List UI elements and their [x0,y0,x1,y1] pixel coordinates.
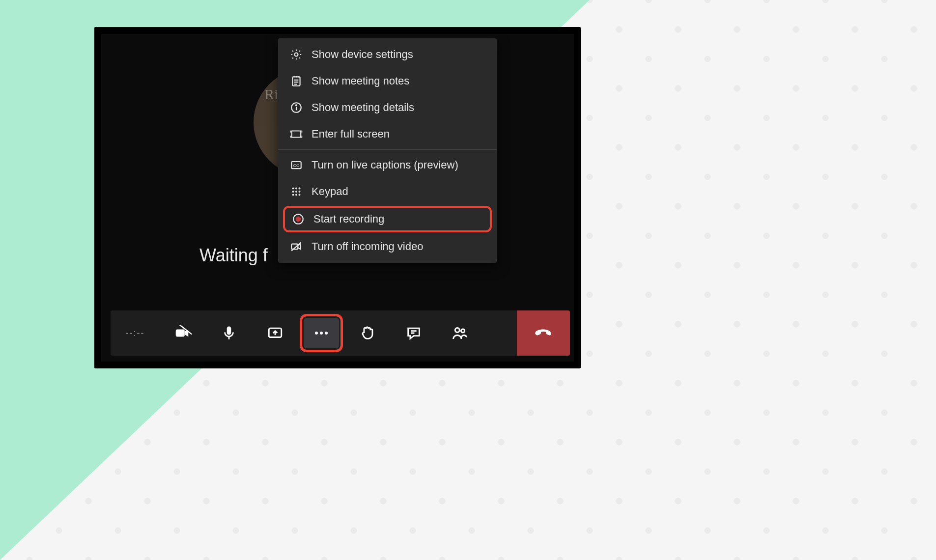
svg-rect-19 [176,330,185,337]
svg-text:CC: CC [293,163,300,168]
raise-hand-button[interactable] [344,310,391,356]
menu-item-label: Show device settings [312,48,413,61]
keypad-icon [290,185,303,198]
svg-point-3 [296,105,297,106]
svg-point-12 [299,191,301,193]
fullscreen-icon [290,128,303,140]
more-actions-menu: Show device settings Show meeting notes … [278,38,497,263]
menu-item-turn-off-video[interactable]: Turn off incoming video [278,233,497,260]
video-off-icon [290,240,303,253]
menu-item-label: Start recording [313,213,384,225]
menu-item-label: Turn on live captions (preview) [312,159,458,171]
menu-item-label: Show meeting details [312,101,414,114]
call-toolbar: --:-- [111,310,570,356]
svg-point-27 [455,328,459,333]
info-icon [290,101,303,114]
menu-separator [278,149,497,150]
menu-item-meeting-details[interactable]: Show meeting details [278,94,497,121]
svg-point-15 [299,194,301,196]
svg-point-26 [325,332,328,335]
cc-icon: CC [290,159,303,171]
mic-button[interactable] [206,310,252,356]
menu-item-live-captions[interactable]: CC Turn on live captions (preview) [278,152,497,178]
record-icon [292,213,305,225]
menu-item-label: Show meeting notes [312,75,409,87]
chat-button[interactable] [391,310,437,356]
svg-point-8 [295,188,297,190]
menu-item-label: Enter full screen [312,128,390,140]
participants-button[interactable] [437,310,483,356]
menu-item-label: Keypad [312,185,348,198]
waiting-text: Waiting f [199,245,268,266]
call-duration: --:-- [111,328,160,338]
more-actions-button[interactable] [304,318,339,348]
svg-point-28 [461,329,464,333]
menu-item-fullscreen[interactable]: Enter full screen [278,121,497,147]
hangup-button[interactable] [517,310,570,356]
svg-point-25 [320,332,323,335]
meeting-stage: Rit Ca Waiting f Show device settings Sh… [101,34,574,362]
menu-item-start-recording[interactable]: Start recording [283,206,492,232]
menu-item-device-settings[interactable]: Show device settings [278,41,497,68]
svg-point-17 [296,217,301,222]
svg-point-0 [295,53,298,56]
camera-button[interactable] [160,310,206,356]
notes-icon [290,75,303,87]
menu-item-meeting-notes[interactable]: Show meeting notes [278,68,497,94]
share-screen-button[interactable] [252,310,298,356]
svg-point-13 [292,194,294,196]
svg-rect-22 [227,327,231,335]
teams-meeting-window: Rit Ca Waiting f Show device settings Sh… [94,27,581,368]
svg-point-11 [295,191,297,193]
menu-item-keypad[interactable]: Keypad [278,178,497,205]
menu-item-label: Turn off incoming video [312,240,423,253]
svg-rect-4 [292,131,301,138]
svg-point-9 [299,188,301,190]
svg-point-10 [292,191,294,193]
gear-icon [290,48,303,61]
svg-point-14 [295,194,297,196]
svg-point-7 [292,188,294,190]
svg-point-24 [315,332,318,335]
